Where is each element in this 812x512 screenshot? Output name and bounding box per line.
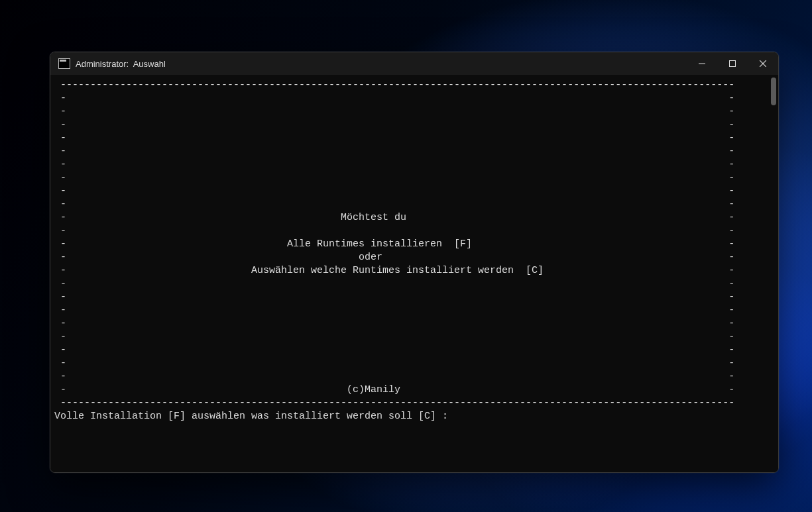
box-line: - - — [54, 305, 734, 316]
scrollbar-thumb[interactable] — [771, 77, 776, 105]
box-border-top: ----------------------------------------… — [54, 79, 734, 91]
line-option-full: - Alle Runtimes installieren [F] - — [54, 238, 734, 250]
line-copyright: - (c)Manily - — [54, 384, 734, 395]
box-line: - - — [54, 172, 734, 183]
vertical-scrollbar[interactable] — [769, 75, 778, 472]
box-line: - - — [54, 132, 734, 144]
box-line: - - — [54, 278, 734, 289]
line-option-custom: - Auswählen welche Runtimes installiert … — [54, 265, 734, 276]
minimize-button[interactable] — [687, 52, 717, 75]
svg-rect-1 — [730, 61, 736, 67]
box-line: - - — [54, 146, 734, 157]
close-button[interactable] — [748, 52, 778, 75]
box-line: - - — [54, 344, 734, 356]
box-line: - - — [54, 331, 734, 342]
cmd-icon — [58, 58, 70, 69]
window-client-area: ----------------------------------------… — [50, 75, 778, 472]
console-window: Administrator: Auswahl ---------- — [50, 52, 779, 473]
box-line: - - — [54, 318, 734, 329]
input-prompt[interactable]: Volle Installation [F] auswählen was ins… — [54, 411, 448, 422]
line-or: - oder - — [54, 252, 734, 263]
box-line: - - — [54, 106, 734, 117]
box-line: - - — [54, 225, 734, 236]
box-line: - - — [54, 371, 734, 382]
box-line: - - — [54, 291, 734, 303]
box-line: - - — [54, 358, 734, 369]
window-titlebar[interactable]: Administrator: Auswahl — [50, 52, 778, 75]
window-title: Administrator: Auswahl — [76, 59, 166, 69]
maximize-button[interactable] — [717, 52, 748, 75]
box-line: - - — [54, 199, 734, 210]
box-border-bottom: ----------------------------------------… — [54, 397, 734, 409]
line-question: - Möchtest du - — [54, 212, 734, 223]
box-line: - - — [54, 185, 734, 197]
box-line: - - — [54, 159, 734, 170]
terminal-output[interactable]: ----------------------------------------… — [50, 75, 769, 472]
box-line: - - — [54, 119, 734, 130]
desktop-background: Administrator: Auswahl ---------- — [0, 0, 812, 512]
box-line: - - — [54, 93, 734, 104]
